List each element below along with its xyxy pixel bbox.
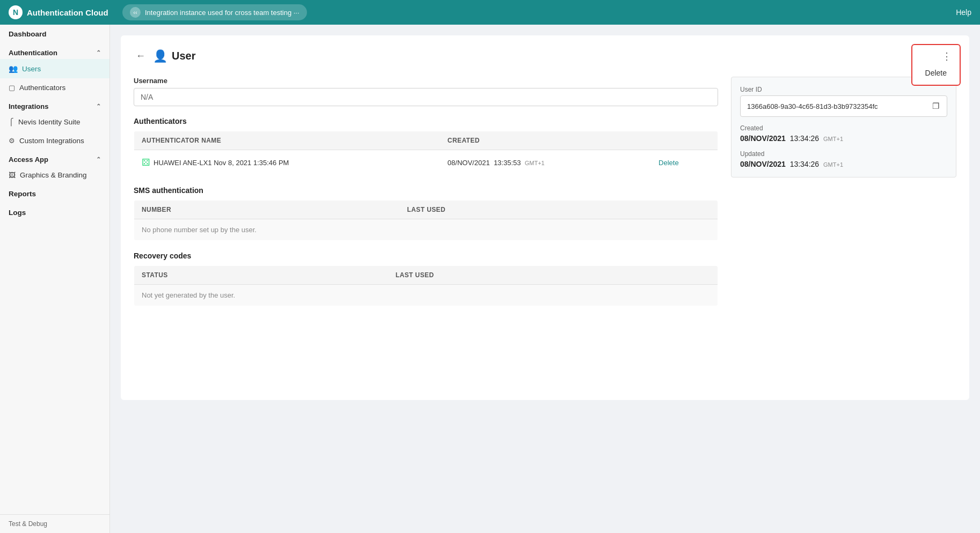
left-column: Username N/A Authenticators AUTHENTICATO… — [134, 77, 718, 306]
sms-table: NUMBER LAST USED No phone number set up … — [134, 200, 718, 241]
user-meta-section: User ID 1366a608-9a30-4c65-81d3-b3b97323… — [731, 77, 956, 177]
sidebar-section-authentication: Authentication ⌃ — [0, 43, 109, 59]
brand-logo: N Authentication Cloud — [9, 5, 116, 19]
sms-section-title: SMS authentication — [134, 186, 718, 195]
updated-field: Updated 08/NOV/2021 13:34:26 GMT+1 — [740, 150, 947, 168]
sidebar-users-label: Users — [22, 65, 41, 73]
updated-label: Updated — [740, 150, 947, 158]
more-options-button[interactable]: ⋮ — [939, 49, 955, 63]
sidebar-item-nevis[interactable]: ⎧ Nevis Identity Suite — [0, 113, 109, 131]
sms-table-header-number: NUMBER — [134, 201, 400, 219]
recovery-section-title: Recovery codes — [134, 251, 718, 260]
auth-table-header-name: AUTHENTICATOR NAME — [134, 131, 440, 150]
sidebar-bottom-debug: Test & Debug — [0, 514, 109, 533]
sidebar-custom-label: Custom Integrations — [19, 137, 84, 145]
nevis-icon: ⎧ — [9, 118, 14, 126]
brand-name: Authentication Cloud — [27, 8, 108, 17]
authenticators-section-title: Authenticators — [134, 117, 718, 125]
auth-delete-cell: Delete — [651, 150, 718, 175]
access-app-section-label: Access App — [9, 156, 48, 164]
user-id-field: User ID 1366a608-9a30-4c65-81d3-b3b97323… — [740, 86, 947, 117]
content-area: ← 👤 User ⋮ Delete Username — [110, 25, 980, 533]
chevron-up-icon-3: ⌃ — [96, 156, 101, 163]
sidebar-graphics-label: Graphics & Branding — [20, 171, 87, 179]
created-tz: GMT+1 — [823, 136, 843, 142]
username-value: N/A — [134, 88, 718, 106]
breadcrumb-back-icon[interactable]: ‹‹ — [130, 7, 141, 18]
recovery-table: STATUS LAST USED Not yet generated by th… — [134, 265, 718, 306]
sidebar-item-logs[interactable]: Logs — [0, 203, 109, 222]
sms-empty-row: No phone number set up by the user. — [134, 219, 718, 241]
two-col-layout: Username N/A Authenticators AUTHENTICATO… — [134, 77, 956, 306]
auth-section-label: Authentication — [9, 49, 57, 57]
auth-device-name: ⚄ HUAWEI ANE-LX1 Nov 8, 2021 1:35:46 PM — [134, 150, 440, 175]
sidebar-item-reports[interactable]: Reports — [0, 184, 109, 203]
recovery-table-header-lastused: LAST USED — [388, 266, 718, 285]
auth-delete-link[interactable]: Delete — [659, 159, 679, 167]
created-time: 13:34:26 — [790, 134, 820, 143]
user-title-icon: 👤 — [153, 49, 167, 63]
copy-user-id-button[interactable]: ❐ — [931, 100, 940, 112]
chevron-up-icon: ⌃ — [96, 49, 101, 56]
sms-empty-message: No phone number set up by the user. — [134, 219, 718, 241]
breadcrumb-text: Integration instance used for cross team… — [145, 9, 299, 17]
auth-created-date: 08/NOV/2021 13:35:53 GMT+1 — [440, 150, 651, 175]
updated-tz: GMT+1 — [823, 161, 843, 168]
right-column: User ID 1366a608-9a30-4c65-81d3-b3b97323… — [731, 77, 956, 306]
sidebar-section-integrations: Integrations ⌃ — [0, 97, 109, 113]
created-date: 08/NOV/2021 — [740, 134, 786, 143]
username-field-group: Username N/A — [134, 77, 718, 106]
page-title: 👤 User — [153, 49, 195, 63]
username-label: Username — [134, 77, 718, 85]
recovery-empty-row: Not yet generated by the user. — [134, 285, 718, 306]
sidebar-item-custom-integrations[interactable]: ⚙ Custom Integrations — [0, 131, 109, 150]
action-menu-container: ⋮ Delete — [911, 44, 961, 86]
chevron-up-icon-2: ⌃ — [96, 103, 101, 110]
user-id-label: User ID — [740, 86, 947, 93]
top-navbar: N Authentication Cloud ‹‹ Integration in… — [0, 0, 980, 25]
user-id-value-container: 1366a608-9a30-4c65-81d3-b3b9732354fc ❐ — [740, 95, 947, 117]
updated-time: 13:34:26 — [790, 160, 820, 168]
updated-date: 08/NOV/2021 — [740, 160, 786, 168]
user-id-value: 1366a608-9a30-4c65-81d3-b3b9732354fc — [747, 102, 878, 110]
created-label: Created — [740, 124, 947, 132]
breadcrumb-pill[interactable]: ‹‹ Integration instance used for cross t… — [122, 4, 307, 20]
image-icon: 🖼 — [9, 171, 16, 179]
sidebar-item-graphics-branding[interactable]: 🖼 Graphics & Branding — [0, 166, 109, 184]
created-field: Created 08/NOV/2021 13:34:26 GMT+1 — [740, 124, 947, 143]
delete-button[interactable]: Delete — [915, 65, 957, 83]
sidebar-item-users[interactable]: 👥 Users — [0, 59, 109, 78]
created-value: 08/NOV/2021 13:34:26 GMT+1 — [740, 134, 947, 143]
android-icon: ⚄ — [142, 157, 150, 168]
sidebar-item-authenticators[interactable]: ▢ Authenticators — [0, 78, 109, 97]
sms-table-header-lastused: LAST USED — [399, 201, 718, 219]
sidebar-item-dashboard[interactable]: Dashboard — [0, 25, 109, 43]
recovery-empty-message: Not yet generated by the user. — [134, 285, 718, 306]
user-detail-card: ← 👤 User ⋮ Delete Username — [121, 35, 969, 400]
auth-table-header-action — [651, 131, 718, 150]
sidebar: Dashboard Authentication ⌃ 👥 Users ▢ Aut… — [0, 25, 110, 533]
sidebar-section-access-app: Access App ⌃ — [0, 150, 109, 166]
auth-table-header-created: CREATED — [440, 131, 651, 150]
recovery-table-header-status: STATUS — [134, 266, 388, 285]
users-icon: 👥 — [9, 64, 18, 73]
authenticators-icon: ▢ — [9, 84, 15, 92]
auth-tz: GMT+1 — [525, 160, 545, 166]
gear-icon: ⚙ — [9, 137, 15, 145]
help-link[interactable]: Help — [956, 8, 971, 17]
table-row: ⚄ HUAWEI ANE-LX1 Nov 8, 2021 1:35:46 PM … — [134, 150, 718, 175]
authenticators-table: AUTHENTICATOR NAME CREATED ⚄ HUAWEI — [134, 131, 718, 175]
logo-icon: N — [9, 5, 23, 19]
sidebar-nevis-label: Nevis Identity Suite — [18, 118, 81, 126]
back-button[interactable]: ← — [134, 48, 148, 64]
page-header: ← 👤 User — [134, 48, 956, 64]
integrations-section-label: Integrations — [9, 102, 48, 110]
updated-value: 08/NOV/2021 13:34:26 GMT+1 — [740, 160, 947, 168]
sidebar-auth-label: Authenticators — [19, 84, 65, 92]
